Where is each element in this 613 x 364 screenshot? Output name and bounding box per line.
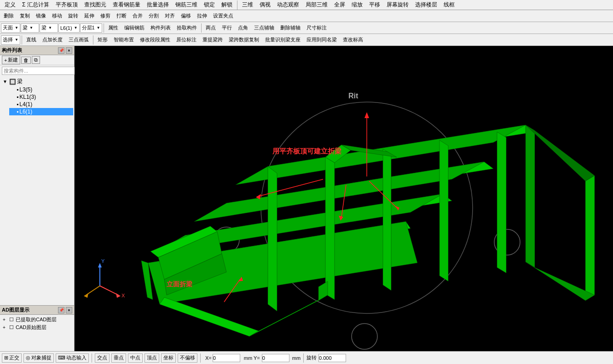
btn-rect[interactable]: 矩形	[95, 35, 110, 45]
panel-title-text: 构件列表	[2, 47, 22, 54]
cad-panel-icons: 📌 ×	[58, 307, 72, 313]
btn-mirror[interactable]: 镜像	[33, 11, 49, 21]
menu-wireframe[interactable]: 线框	[441, 0, 457, 10]
cad-panel-pin-icon[interactable]: 📌	[58, 307, 64, 313]
toolbar-component: 天面 梁 梁 L6(1) 分层1 属性 编辑钢筋 构件列表 拾取构件 两点 平行…	[0, 22, 613, 34]
btn-mod-seg-attr[interactable]: 修改段段属性	[137, 35, 173, 45]
btn-break[interactable]: 打断	[114, 11, 129, 21]
menu-define[interactable]: 定义	[2, 0, 18, 10]
status-vertex[interactable]: 顶点	[145, 353, 159, 363]
btn-align[interactable]: 对齐	[162, 11, 178, 21]
btn-check-elev[interactable]: 查改标高	[340, 35, 366, 45]
panel-close-icon[interactable]: ×	[66, 47, 72, 54]
status-snap[interactable]: ◎ 对象捕捉	[23, 353, 54, 363]
menu-screenrot[interactable]: 屏幕旋转	[384, 0, 411, 10]
mm-unit-1: mm Y=	[244, 355, 260, 361]
name-dropdown[interactable]: 梁	[40, 23, 58, 33]
copy-component-btn[interactable]: ⧉	[32, 56, 40, 64]
status-nooffset[interactable]: 不偏移	[178, 353, 197, 363]
cad-layer-original[interactable]: + ☐ CAD原始图层	[2, 324, 72, 331]
mode-dropdown[interactable]: 选择	[1, 35, 20, 45]
menu-seltier[interactable]: 选择楼层	[412, 0, 440, 10]
menu-3d[interactable]: 三维	[239, 0, 256, 10]
panel-pin-icon[interactable]: 📌	[58, 47, 64, 54]
menu-unlock[interactable]: 解锁	[219, 0, 235, 10]
btn-copy[interactable]: 复制	[17, 11, 33, 21]
status-perp[interactable]: 垂点	[111, 353, 126, 363]
cad-layer-extracted[interactable]: + ☐ 已提取的CAD图层	[2, 316, 72, 324]
btn-delete[interactable]: 删除	[1, 11, 17, 21]
btn-component-list[interactable]: 构件列表	[148, 23, 173, 33]
cad-orig-checkbox[interactable]: ☐	[9, 324, 14, 330]
btn-rotate[interactable]: 旋转	[65, 11, 81, 21]
menu-flattop[interactable]: 平齐板顶	[53, 0, 81, 10]
btn-arc[interactable]: 三点画弧	[66, 35, 92, 45]
tree-item-KL1[interactable]: ▪ KL1(3)	[9, 93, 73, 101]
menu-zoom[interactable]: 缩放	[349, 0, 365, 10]
menu-local3d[interactable]: 局部三维	[303, 0, 330, 10]
btn-two-point[interactable]: 两点	[203, 23, 219, 33]
svg-marker-17	[383, 149, 391, 290]
y-input[interactable]	[262, 354, 289, 362]
btn-line[interactable]: 直线	[23, 35, 39, 45]
beam-group-icon: 🔲	[9, 79, 16, 85]
btn-offset[interactable]: 偏移	[178, 11, 194, 21]
status-intersection[interactable]: 交点	[95, 353, 110, 363]
status-orthogonal[interactable]: ⊞ 正交	[2, 353, 22, 363]
btn-edit-steel[interactable]: 编辑钢筋	[121, 23, 147, 33]
menu-fullscreen[interactable]: 全屏	[331, 0, 348, 10]
menu-calc[interactable]: Σ 汇总计算	[19, 0, 52, 10]
btn-apply-same-name[interactable]: 应用到同名梁	[304, 35, 340, 45]
status-dyninput[interactable]: ⌨ 动态输入	[56, 353, 89, 363]
delete-component-btn[interactable]: 🗑	[21, 57, 31, 64]
btn-point-angle[interactable]: 点角	[235, 23, 251, 33]
rotate-input[interactable]	[318, 354, 346, 362]
btn-parallel[interactable]: 平行	[219, 23, 235, 33]
btn-split[interactable]: 分割	[146, 11, 162, 21]
search-input[interactable]	[2, 67, 76, 75]
btn-smart-layout[interactable]: 智能布置	[111, 35, 137, 45]
btn-setgrip[interactable]: 设置夹点	[210, 11, 236, 21]
menu-steel3d[interactable]: 钢筋三维	[173, 0, 200, 10]
type-dropdown-liang[interactable]: 梁	[21, 23, 39, 33]
menu-lock[interactable]: 锁定	[201, 0, 218, 10]
btn-pt-len[interactable]: 点加长度	[40, 35, 65, 45]
btn-dimension[interactable]: 尺寸标注	[304, 23, 330, 33]
menu-pan[interactable]: 平移	[366, 0, 383, 10]
btn-span-copy[interactable]: 梁跨数据复制	[226, 35, 262, 45]
menu-findelem[interactable]: 查找图元	[81, 0, 109, 10]
btn-origin-mark[interactable]: 原位标注	[173, 35, 199, 45]
x-input[interactable]	[213, 354, 240, 362]
btn-pick-component[interactable]: 拾取构件	[174, 23, 200, 33]
cad-layer-checkbox[interactable]: ☐	[9, 317, 14, 323]
type-dropdown-tianmian[interactable]: 天面	[1, 23, 20, 33]
menu-batchsel[interactable]: 批量选择	[144, 0, 172, 10]
btn-three-point-axis[interactable]: 三点辅轴	[251, 23, 277, 33]
btn-move[interactable]: 移动	[49, 11, 65, 21]
id-dropdown[interactable]: L6(1)	[58, 23, 80, 33]
menu-view[interactable]: 偶视	[257, 0, 273, 10]
status-coord[interactable]: 坐标	[161, 353, 176, 363]
menu-dynobserve[interactable]: 动态观察	[274, 0, 302, 10]
btn-trim[interactable]: 修剪	[98, 11, 113, 21]
btn-del-axis[interactable]: 删除辅轴	[278, 23, 303, 33]
tree-item-L3[interactable]: ▪ L3(5)	[9, 86, 73, 93]
tree-root-liang[interactable]: ▼ 🔲 梁	[2, 77, 73, 86]
btn-merge[interactable]: 合并	[130, 11, 145, 21]
menu-steelview[interactable]: 查看钢筋量	[110, 0, 143, 10]
btn-stretch[interactable]: 拉伸	[194, 11, 210, 21]
btn-batch-id-support[interactable]: 批量识别梁支座	[262, 35, 303, 45]
btn-properties[interactable]: 属性	[105, 23, 121, 33]
layer-dropdown[interactable]: 分层1	[80, 23, 102, 33]
canvas-area[interactable]: Y X Rit 用平齐板顶可建立折梁 立面折梁	[75, 46, 613, 351]
tree-item-L6[interactable]: ▪ L6(1)	[9, 108, 73, 115]
coord-label: 坐标	[163, 354, 173, 361]
tree-expand-icon: ▼	[3, 79, 8, 84]
btn-extend[interactable]: 延伸	[81, 11, 97, 21]
main-layout: 构件列表 📌 × + 新建 🗑 ⧉ ▼ 🔲	[0, 46, 613, 351]
tree-item-L4[interactable]: ▪ L4(1)	[9, 101, 73, 108]
btn-repick-span[interactable]: 重提梁跨	[200, 35, 226, 45]
new-component-btn[interactable]: + 新建	[2, 56, 20, 64]
cad-panel-close-icon[interactable]: ×	[66, 307, 72, 313]
status-midpoint[interactable]: 中点	[128, 353, 143, 363]
